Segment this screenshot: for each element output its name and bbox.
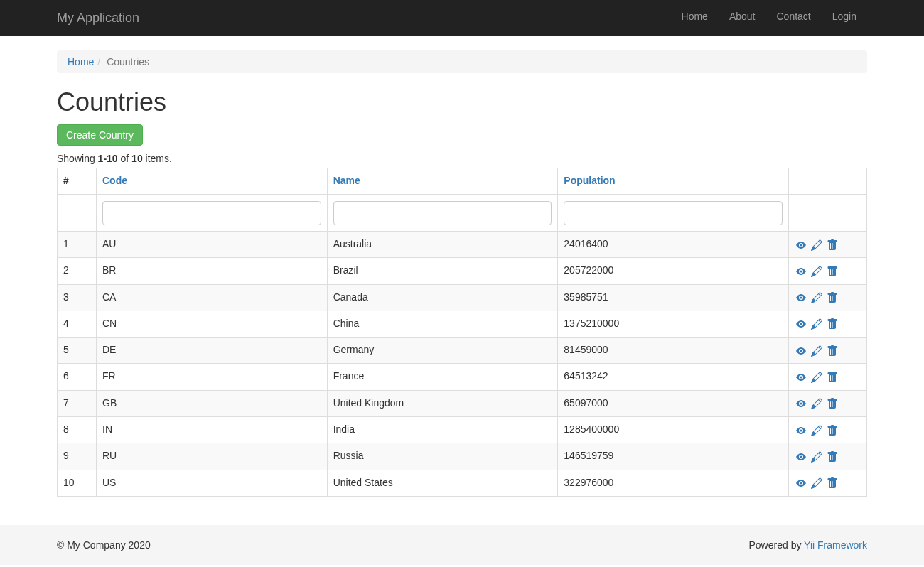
delete-button[interactable] [827, 450, 838, 464]
pencil-icon [811, 450, 822, 462]
delete-button[interactable] [827, 370, 838, 384]
cell-population: 81459000 [558, 338, 789, 364]
footer-framework-link[interactable]: Yii Framework [804, 539, 867, 551]
cell-code: CA [97, 284, 328, 310]
cell-serial: 8 [58, 416, 97, 443]
view-button[interactable] [795, 317, 807, 331]
nav-about[interactable]: About [719, 0, 766, 33]
view-button[interactable] [795, 264, 807, 279]
trash-icon [827, 291, 838, 303]
filter-code-input[interactable] [102, 201, 321, 225]
trash-icon [827, 450, 838, 462]
delete-button[interactable] [827, 237, 838, 252]
col-population-sort[interactable]: Population [564, 175, 615, 186]
table-row: 9RURussia146519759 [58, 443, 867, 470]
table-row: 3CACanada35985751 [58, 284, 867, 310]
update-button[interactable] [811, 343, 822, 357]
delete-button[interactable] [827, 317, 838, 331]
cell-serial: 5 [58, 338, 97, 364]
delete-button[interactable] [827, 476, 838, 490]
breadcrumb-home[interactable]: Home [68, 56, 94, 68]
pencil-icon [811, 477, 822, 488]
brand-link[interactable]: My Application [57, 0, 150, 36]
table-row: 10USUnited States322976000 [58, 470, 867, 496]
nav-login[interactable]: Login [822, 0, 867, 33]
filter-population-input[interactable] [564, 201, 783, 225]
eye-icon [795, 423, 807, 435]
update-button[interactable] [811, 450, 822, 464]
trash-icon [827, 318, 838, 329]
view-button[interactable] [795, 450, 807, 464]
cell-name: India [327, 416, 558, 443]
table-row: 2BRBrazil205722000 [58, 258, 867, 284]
cell-serial: 7 [58, 390, 97, 416]
update-button[interactable] [811, 476, 822, 490]
update-button[interactable] [811, 317, 822, 331]
footer: © My Company 2020 Powered by Yii Framewo… [0, 525, 924, 565]
update-button[interactable] [811, 237, 822, 252]
eye-icon [795, 450, 807, 462]
cell-serial: 2 [58, 258, 97, 284]
update-button[interactable] [811, 423, 822, 437]
eye-icon [795, 265, 807, 276]
delete-button[interactable] [827, 423, 838, 437]
cell-code: IN [97, 416, 328, 443]
delete-button[interactable] [827, 291, 838, 305]
update-button[interactable] [811, 396, 822, 411]
grid-summary: Showing 1-10 of 10 items. [57, 153, 867, 164]
cell-name: Canada [327, 284, 558, 310]
countries-table: # Code Name Population 1AUAustralia24016… [57, 168, 867, 497]
eye-icon [795, 291, 807, 303]
nav-home[interactable]: Home [671, 0, 719, 33]
filter-name-input[interactable] [333, 201, 552, 225]
delete-button[interactable] [827, 343, 838, 357]
nav-contact[interactable]: Contact [765, 0, 821, 33]
cell-code: US [97, 470, 328, 496]
cell-name: United States [327, 470, 558, 496]
pencil-icon [811, 344, 822, 355]
create-country-button[interactable]: Create Country [57, 124, 143, 146]
view-button[interactable] [795, 396, 807, 411]
cell-population: 1375210000 [558, 310, 789, 337]
view-button[interactable] [795, 343, 807, 357]
view-button[interactable] [795, 237, 807, 252]
trash-icon [827, 423, 838, 435]
trash-icon [827, 477, 838, 488]
delete-button[interactable] [827, 396, 838, 411]
delete-button[interactable] [827, 264, 838, 279]
cell-name: France [327, 364, 558, 390]
view-button[interactable] [795, 476, 807, 490]
pencil-icon [811, 371, 822, 382]
eye-icon [795, 344, 807, 355]
eye-icon [795, 477, 807, 488]
view-button[interactable] [795, 423, 807, 437]
col-code-sort[interactable]: Code [102, 175, 127, 186]
pencil-icon [811, 318, 822, 329]
cell-population: 205722000 [558, 258, 789, 284]
eye-icon [795, 371, 807, 382]
cell-serial: 1 [58, 231, 97, 257]
table-row: 6FRFrance64513242 [58, 364, 867, 390]
col-serial: # [58, 168, 97, 195]
navbar-nav: Home About Contact Login [671, 0, 867, 36]
cell-serial: 6 [58, 364, 97, 390]
view-button[interactable] [795, 291, 807, 305]
cell-code: BR [97, 258, 328, 284]
cell-code: AU [97, 231, 328, 257]
cell-name: China [327, 310, 558, 337]
table-row: 4CNChina1375210000 [58, 310, 867, 337]
pencil-icon [811, 397, 822, 409]
update-button[interactable] [811, 264, 822, 279]
view-button[interactable] [795, 370, 807, 384]
trash-icon [827, 238, 838, 249]
update-button[interactable] [811, 291, 822, 305]
cell-population: 146519759 [558, 443, 789, 470]
cell-serial: 4 [58, 310, 97, 337]
update-button[interactable] [811, 370, 822, 384]
cell-name: Australia [327, 231, 558, 257]
table-row: 7GBUnited Kingdom65097000 [58, 390, 867, 416]
cell-code: RU [97, 443, 328, 470]
trash-icon [827, 397, 838, 409]
cell-name: United Kingdom [327, 390, 558, 416]
col-name-sort[interactable]: Name [333, 175, 360, 186]
